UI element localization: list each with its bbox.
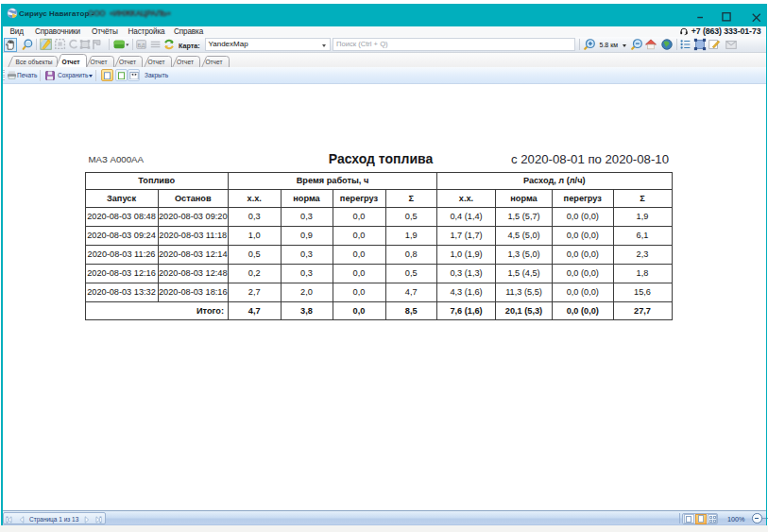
svg-text:БД: БД [137, 42, 145, 48]
